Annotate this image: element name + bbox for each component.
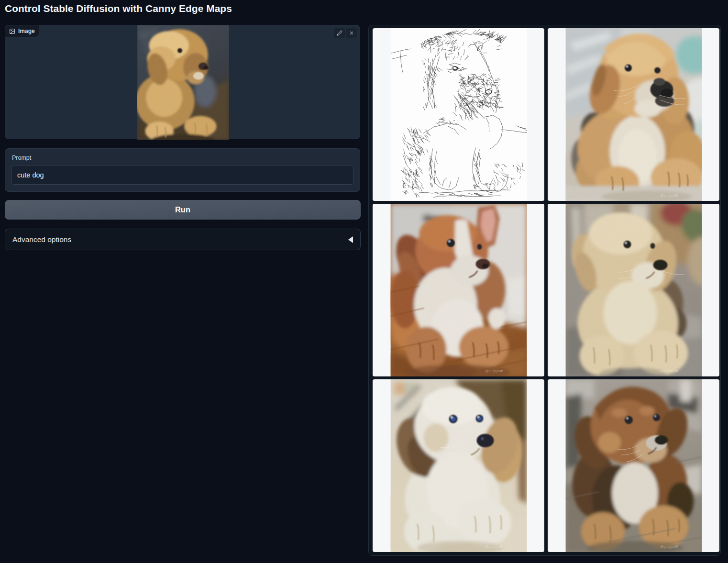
- svg-text:@puppy.diff: @puppy.diff: [485, 545, 503, 549]
- svg-text:@puppy.diff: @puppy.diff: [660, 545, 678, 549]
- svg-text:@puppy.diff: @puppy.diff: [485, 369, 503, 373]
- svg-text:@puppy.diff: @puppy.diff: [660, 369, 678, 373]
- svg-text:@puppy.diff: @puppy.diff: [660, 194, 678, 198]
